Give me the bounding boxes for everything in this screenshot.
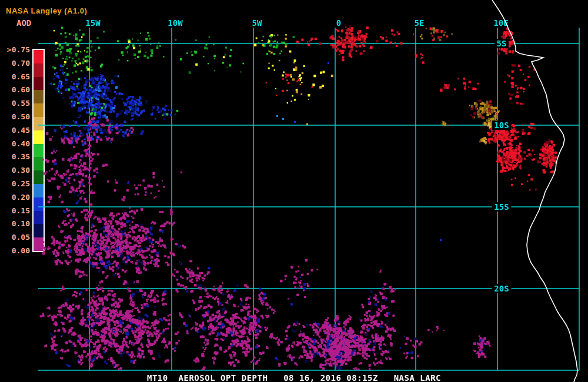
- lon-label: 5W: [252, 18, 262, 28]
- lon-label: 10W: [168, 18, 183, 28]
- aod-map-window: NASA Langley (A1.0) AOD >0.750.700.650.6…: [0, 0, 588, 382]
- lon-label: 15W: [85, 18, 101, 28]
- coastline-and-labels: 15W10W5W05E10E5S10S15S20S: [0, 0, 588, 382]
- lat-label: 5S: [497, 39, 507, 48]
- footer-caption: MT10 AEROSOL OPT DEPTH 08 16, 2016 08:15…: [0, 373, 588, 382]
- lat-label: 15S: [494, 202, 509, 212]
- lon-label: 0: [336, 18, 341, 28]
- lon-label: 5E: [415, 18, 425, 28]
- lat-label: 10S: [494, 120, 509, 130]
- coastline-path: [492, 0, 577, 382]
- lat-label: 20S: [494, 284, 509, 293]
